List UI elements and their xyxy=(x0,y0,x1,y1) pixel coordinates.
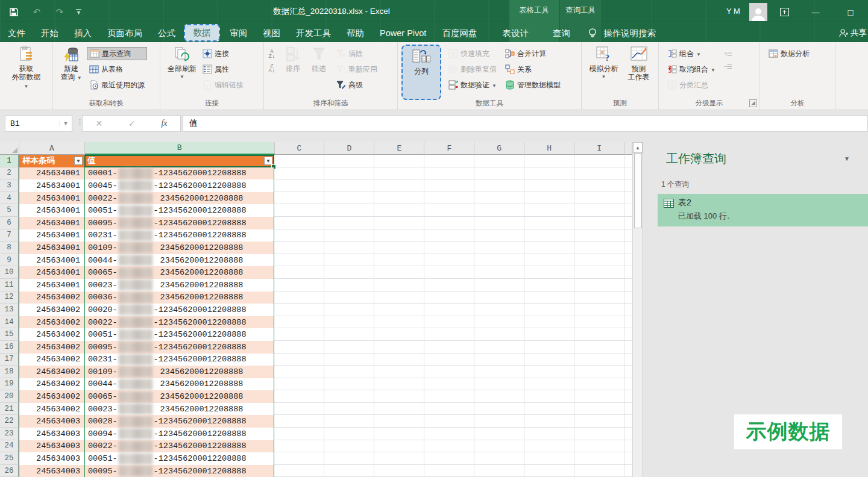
row-header[interactable]: 11 xyxy=(0,279,19,292)
cell-value[interactable]: 00051--123456200012208888 xyxy=(84,452,274,465)
cell[interactable] xyxy=(574,217,624,229)
cell-barcode[interactable]: 245634003 xyxy=(19,452,84,465)
cell[interactable] xyxy=(424,403,474,416)
cell[interactable] xyxy=(574,316,624,329)
row-header[interactable]: 15 xyxy=(0,328,19,341)
advanced-filter-button[interactable]: 高级 xyxy=(334,78,380,92)
cell[interactable] xyxy=(424,378,474,391)
cell[interactable] xyxy=(524,403,574,416)
row-header[interactable]: 25 xyxy=(0,452,19,465)
cell-value[interactable]: 00095--123456200012208888 xyxy=(84,465,274,477)
cell[interactable] xyxy=(574,415,624,428)
cell[interactable] xyxy=(274,465,324,477)
tab-home[interactable]: 开始 xyxy=(33,24,66,42)
cell[interactable] xyxy=(474,242,524,254)
cell[interactable] xyxy=(574,292,624,304)
cell-barcode[interactable]: 245634001 xyxy=(19,229,84,242)
cell[interactable] xyxy=(574,354,624,366)
column-header-c[interactable]: C xyxy=(275,142,325,155)
cell[interactable] xyxy=(324,452,374,465)
what-if-analysis-button[interactable]: ? 模拟分析 ▼ xyxy=(585,45,623,98)
cell-value[interactable]: 00231--123456200012208888 xyxy=(84,354,274,366)
cell[interactable] xyxy=(274,328,324,341)
cell-value[interactable]: 00094--123456200012208888 xyxy=(84,428,274,440)
row-header[interactable]: 18 xyxy=(0,366,19,378)
cell[interactable] xyxy=(374,452,424,465)
cell[interactable] xyxy=(424,428,474,440)
column-header-i[interactable]: I xyxy=(574,142,624,155)
cell[interactable] xyxy=(524,366,574,378)
cell[interactable] xyxy=(574,403,624,416)
tab-view[interactable]: 视图 xyxy=(255,24,288,42)
cell[interactable] xyxy=(524,390,574,403)
cell[interactable] xyxy=(274,266,324,279)
tab-query[interactable]: 查询 xyxy=(545,24,578,42)
cell[interactable] xyxy=(374,403,424,416)
user-initials[interactable]: Y M xyxy=(726,7,740,16)
cell[interactable] xyxy=(474,366,524,378)
share-button[interactable]: 共享 xyxy=(838,24,868,42)
cell[interactable] xyxy=(424,217,474,229)
cell-barcode[interactable]: 245634003 xyxy=(19,415,84,428)
cell[interactable] xyxy=(474,328,524,341)
cell-value[interactable]: 00065-23456200012208888 xyxy=(84,266,274,279)
cell[interactable] xyxy=(524,229,574,242)
cell[interactable] xyxy=(424,366,474,378)
row-header[interactable]: 23 xyxy=(0,428,19,440)
ribbon-display-options-icon[interactable] xyxy=(770,0,798,24)
cell[interactable] xyxy=(324,328,374,341)
cell[interactable] xyxy=(424,279,474,292)
cell[interactable] xyxy=(324,390,374,403)
formula-input[interactable]: 值 xyxy=(183,115,868,132)
cell[interactable] xyxy=(474,204,524,217)
column-header-a[interactable]: A xyxy=(19,142,85,155)
cell[interactable] xyxy=(274,366,324,378)
cell-barcode[interactable]: 245634001 xyxy=(19,254,84,267)
row-header[interactable]: 3 xyxy=(0,179,19,192)
cell[interactable] xyxy=(374,292,424,304)
cell[interactable] xyxy=(324,242,374,254)
cancel-icon[interactable]: ✕ xyxy=(95,119,102,128)
cell[interactable] xyxy=(324,366,374,378)
cell[interactable] xyxy=(374,192,424,205)
cell[interactable] xyxy=(574,440,624,453)
cell-barcode[interactable]: 245634002 xyxy=(19,304,84,316)
cell[interactable] xyxy=(574,465,624,477)
cell[interactable] xyxy=(424,204,474,217)
undo-icon[interactable]: ↶ xyxy=(30,5,43,19)
cell[interactable] xyxy=(474,279,524,292)
cell[interactable] xyxy=(574,254,624,267)
cell-value[interactable]: 00028--123456200012208888 xyxy=(84,415,274,428)
cell[interactable] xyxy=(474,254,524,267)
connections-button[interactable]: 连接 xyxy=(200,47,246,60)
cell[interactable] xyxy=(524,316,574,329)
cell-barcode[interactable]: 245634002 xyxy=(19,292,84,304)
cell-value[interactable]: 00022--123456200012208888 xyxy=(84,316,274,329)
cell[interactable] xyxy=(474,440,524,453)
cell[interactable] xyxy=(374,242,424,254)
column-header-h[interactable]: H xyxy=(524,142,574,155)
cell[interactable] xyxy=(474,378,524,391)
name-box[interactable]: B1 ▼ xyxy=(5,115,72,132)
cell-value[interactable]: 00109-23456200012208888 xyxy=(84,366,274,378)
cell-barcode[interactable]: 245634002 xyxy=(19,354,84,366)
tab-table-design[interactable]: 表设计 xyxy=(494,24,536,42)
cell[interactable] xyxy=(474,452,524,465)
cell[interactable] xyxy=(274,378,324,391)
cell-barcode[interactable]: 245634001 xyxy=(19,179,84,192)
cell[interactable] xyxy=(474,192,524,205)
cell[interactable] xyxy=(424,465,474,477)
cell-barcode[interactable]: 245634002 xyxy=(19,378,84,391)
ungroup-button[interactable]: 取消组合 ▼ xyxy=(665,63,718,76)
cell-barcode[interactable]: 245634002 xyxy=(19,341,84,354)
cell[interactable] xyxy=(374,316,424,329)
properties-button[interactable]: 属性 xyxy=(200,63,246,76)
cell[interactable] xyxy=(324,354,374,366)
cell[interactable] xyxy=(524,192,574,205)
cell[interactable] xyxy=(474,465,524,477)
tab-insert[interactable]: 插入 xyxy=(66,24,99,42)
cell[interactable] xyxy=(574,266,624,279)
cell[interactable] xyxy=(274,217,324,229)
cell[interactable] xyxy=(324,279,374,292)
cell[interactable] xyxy=(324,440,374,453)
